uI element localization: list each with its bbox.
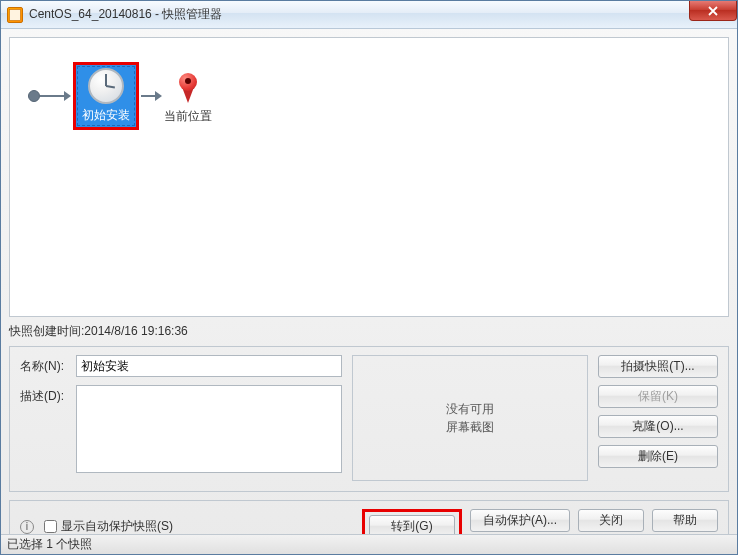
details-grid: 名称(N): 描述(D): 没有可用 屏幕截图 拍摄快照(T)... (9, 346, 729, 492)
status-text: 已选择 1 个快照 (7, 536, 92, 553)
show-auto-protect-label: 显示自动保护快照(S) (61, 518, 173, 535)
name-label: 名称(N): (20, 355, 76, 375)
timeline-start-dot (28, 90, 40, 102)
fields-column: 名称(N): 描述(D): (20, 355, 342, 481)
details-panel: 快照创建时间:2014/8/16 19:16:36 名称(N): 描述(D): … (9, 323, 729, 492)
timeline-row: 初始安装 当前位置 (28, 62, 212, 130)
side-buttons-column: 拍摄快照(T)... 保留(K) 克隆(O)... 删除(E) (598, 355, 718, 481)
content-area: 初始安装 当前位置 快照创建时间:2014/8/16 19:16:36 (1, 29, 737, 534)
help-button[interactable]: 帮助 (652, 509, 718, 532)
arrow-icon (64, 91, 71, 101)
window-title: CentOS_64_20140816 - 快照管理器 (29, 6, 222, 23)
current-position-node[interactable]: 当前位置 (164, 67, 212, 125)
timeline-connector (141, 95, 155, 97)
svg-rect-0 (9, 9, 20, 20)
created-time-label: 快照创建时间:2014/8/16 19:16:36 (9, 323, 729, 340)
titlebar[interactable]: CentOS_64_20140816 - 快照管理器 (1, 1, 737, 29)
delete-button[interactable]: 删除(E) (598, 445, 718, 468)
name-input[interactable] (76, 355, 342, 377)
close-dialog-button[interactable]: 关闭 (578, 509, 644, 532)
arrow-icon (155, 91, 162, 101)
snapshot-node-initial-install[interactable]: 初始安装 (73, 62, 139, 130)
no-screenshot-text-1: 没有可用 (446, 400, 494, 418)
show-auto-protect-checkbox-wrap[interactable]: 显示自动保护快照(S) (44, 518, 173, 535)
info-icon: i (20, 520, 34, 534)
snapshot-node-label: 初始安装 (82, 107, 130, 124)
clock-icon (88, 68, 124, 104)
timeline-connector (40, 95, 64, 97)
app-icon (7, 7, 23, 23)
clone-button[interactable]: 克隆(O)... (598, 415, 718, 438)
no-screenshot-text-2: 屏幕截图 (446, 418, 494, 436)
keep-button[interactable]: 保留(K) (598, 385, 718, 408)
close-button[interactable] (689, 1, 737, 21)
description-input[interactable] (76, 385, 342, 473)
show-auto-protect-checkbox[interactable] (44, 520, 57, 533)
statusbar: 已选择 1 个快照 (1, 534, 737, 554)
snapshot-manager-window: CentOS_64_20140816 - 快照管理器 初始安装 (0, 0, 738, 555)
current-node-label: 当前位置 (164, 108, 212, 125)
screenshot-preview: 没有可用 屏幕截图 (352, 355, 588, 481)
take-snapshot-button[interactable]: 拍摄快照(T)... (598, 355, 718, 378)
auto-protect-button[interactable]: 自动保护(A)... (470, 509, 570, 532)
timeline-panel[interactable]: 初始安装 当前位置 (9, 37, 729, 317)
pin-icon (178, 73, 198, 105)
close-icon (708, 6, 718, 16)
description-label: 描述(D): (20, 385, 76, 405)
